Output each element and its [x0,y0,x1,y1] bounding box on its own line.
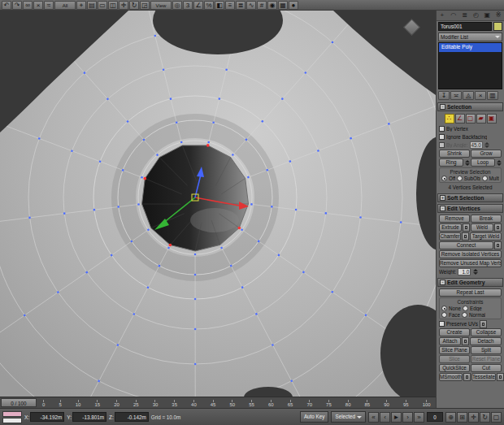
vertex-dot[interactable] [133,313,136,315]
constraint-normal-radio[interactable] [462,312,467,318]
remove-unused-map-verts-button[interactable]: Remove Unused Map Verts [439,259,502,267]
loop-spinner[interactable] [496,158,502,167]
vertex-dot[interactable] [281,98,284,100]
create-button[interactable]: Create [439,328,470,336]
by-angle-checkbox[interactable] [439,142,445,148]
vertex-dot[interactable] [93,209,96,211]
vertex-mode-icon[interactable]: ∴ [445,114,454,124]
vertex-dot[interactable] [225,68,228,71]
weld-button[interactable]: Weld [471,223,493,232]
vertex-dot[interactable] [266,169,268,171]
remove-isolated-vertices-button[interactable]: Remove Isolated Vertices [439,250,502,258]
vertex-dot[interactable] [131,241,133,243]
vertex-dot[interactable] [207,141,210,144]
vertex-dot[interactable] [262,120,264,123]
extrude-settings-button[interactable] [463,223,470,232]
preview-multi-radio[interactable] [482,176,488,181]
vertex-dot[interactable] [71,150,73,152]
edit-geometry-rollout-header[interactable]: - Edit Geometry [437,278,503,287]
use-pivot-icon[interactable]: ◎ [172,1,182,10]
reset-plane-button[interactable]: Reset Plane [471,355,502,363]
layer-manager-icon[interactable]: ≣ [236,1,245,10]
maxscript-mini-listener[interactable] [2,411,22,423]
constraint-edge-radio[interactable] [463,306,468,311]
weight-spinner[interactable] [472,269,478,275]
show-end-result-icon[interactable]: ≍ [450,91,462,100]
vertex-dot[interactable] [247,176,250,179]
select-link-icon[interactable]: ∞ [23,1,33,10]
vertex-dot[interactable] [271,206,273,208]
modifier-stack[interactable]: Editable Poly [438,42,502,89]
vertex-dot[interactable] [117,344,119,346]
redo-icon[interactable]: ↷ [12,1,22,10]
vertex-dot[interactable] [325,212,328,215]
msmooth-button[interactable]: MSmooth [439,373,463,381]
create-tab[interactable]: + [437,11,448,20]
material-editor-icon[interactable]: ◉ [267,1,277,10]
object-color-swatch[interactable] [493,22,502,31]
vertex-dot[interactable] [255,313,258,315]
constraint-face-radio[interactable] [441,312,447,318]
by-angle-value-field[interactable]: 45.0 [470,141,483,149]
vertex-dot[interactable] [38,137,41,140]
bind-spacewarp-icon[interactable]: ≈ [44,1,54,10]
selection-rollout-header[interactable]: - Selection [437,102,503,111]
vertex-dot[interactable] [156,154,159,156]
x-coordinate-field[interactable]: -34.192m [30,412,64,422]
stack-item-editable-poly[interactable]: Editable Poly [439,43,502,52]
vertex-dot[interactable] [245,139,248,141]
vertex-dot[interactable] [400,221,402,223]
hierarchy-tab[interactable]: ≣ [459,11,471,20]
vertex-dot[interactable] [98,380,100,383]
cut-button[interactable]: Cut [471,364,502,372]
quickslice-button[interactable]: QuickSlice [439,364,470,372]
vertex-dot[interactable] [350,137,352,140]
collapse-icon[interactable]: - [440,104,445,110]
vertex-dot[interactable] [137,203,140,206]
selected-vertex-dot[interactable] [169,244,172,247]
extrude-button[interactable]: Extrude [439,223,462,232]
vertex-dot[interactable] [258,241,260,243]
next-frame-icon[interactable]: › [402,412,413,423]
border-mode-icon[interactable]: ▢ [466,114,476,124]
reference-coordinate-dropdown[interactable]: View [150,1,172,10]
shrink-button[interactable]: Shrink [439,150,470,158]
connect-button[interactable]: Connect [439,241,493,249]
mesh-canvas[interactable] [0,11,436,397]
vertex-dot[interactable] [24,314,26,317]
vertex-dot[interactable] [388,123,390,125]
zoom-extents-icon[interactable]: ⊞ [457,412,467,423]
selection-filter-dropdown[interactable]: All [54,1,76,10]
utilities-tab[interactable]: ※ [493,11,504,20]
angle-snap-icon[interactable]: ∠ [193,1,203,10]
vertex-dot[interactable] [302,271,305,274]
vertex-dot[interactable] [99,160,102,163]
mirror-icon[interactable]: ◧ [215,1,224,10]
chamfer-button[interactable]: Chamfer [439,232,461,241]
vertex-dot[interactable] [111,254,113,257]
percent-snap-icon[interactable]: % [204,1,214,10]
object-name-field[interactable]: Torus001 [438,22,492,31]
weight-value-field[interactable]: 1.0 [458,268,471,275]
slice-plane-button[interactable]: Slice Plane [439,346,470,354]
target-weld-button[interactable]: Target Weld [470,232,502,241]
vertex-dot[interactable] [143,139,146,141]
vertex-dot[interactable] [290,379,293,382]
preserve-uvs-settings-button[interactable] [480,320,487,328]
selection-set-dropdown[interactable]: Selected [331,411,366,423]
ring-button[interactable]: Ring [439,158,463,167]
edge-mode-icon[interactable]: ∠ [455,114,465,124]
selected-vertex-dot[interactable] [143,177,146,180]
ring-spinner[interactable] [464,158,470,167]
display-tab[interactable]: ▣ [481,11,493,20]
current-frame-field[interactable]: 0 [427,412,443,422]
vertex-dot[interactable] [63,212,66,215]
vertex-dot[interactable] [332,41,334,44]
maximize-viewport-icon[interactable]: ▢ [491,412,502,423]
vertex-dot[interactable] [295,209,298,211]
loop-button[interactable]: Loop [471,158,495,167]
vertex-dot[interactable] [272,344,274,346]
y-coordinate-field[interactable]: -13.801m [72,412,106,422]
pin-stack-icon[interactable]: ↧ [438,91,450,100]
modify-tab[interactable]: ◠ [448,11,459,20]
